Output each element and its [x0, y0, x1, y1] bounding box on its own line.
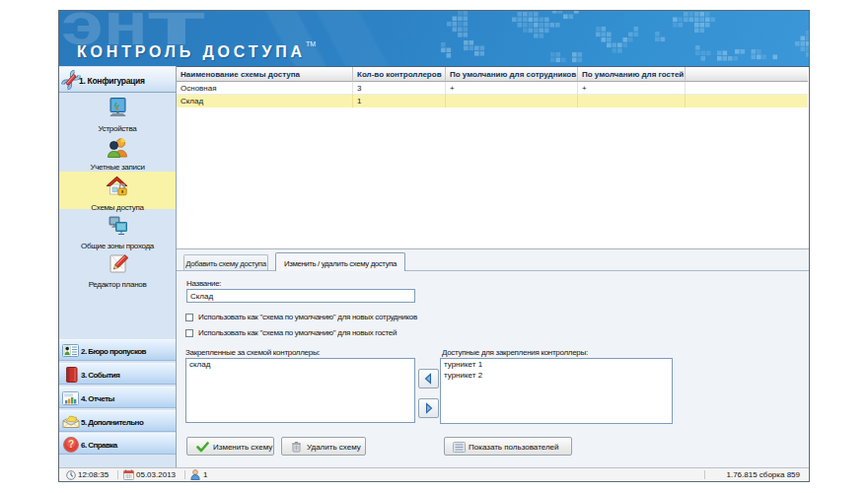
svg-text:?: ?: [68, 439, 74, 450]
